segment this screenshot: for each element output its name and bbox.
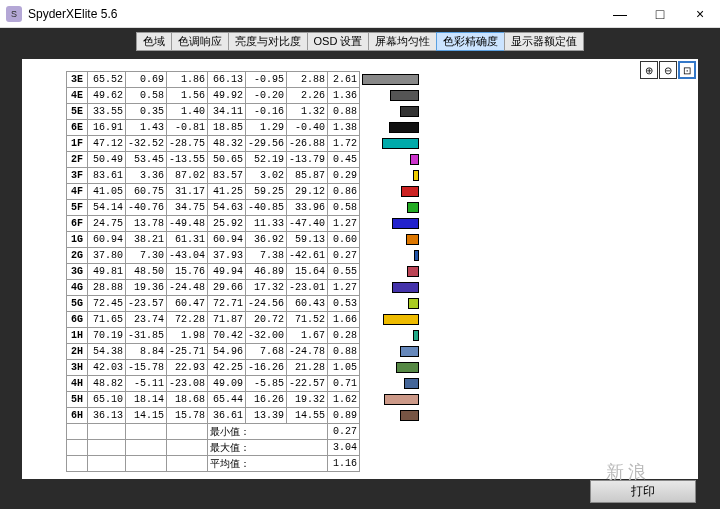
print-button[interactable]: 打印 — [590, 480, 696, 503]
table-row: 4F 41.05 60.75 31.17 41.25 59.25 29.120.… — [67, 184, 422, 200]
color-accuracy-table: 3E 65.52 0.69 1.86 66.13-0.95 2.882.614E… — [66, 71, 422, 472]
table-row: 1F 47.12-32.52-28.75 48.32-29.56-26.881.… — [67, 136, 422, 152]
table-row: 5G 72.45-23.57 60.47 72.71-24.56 60.430.… — [67, 296, 422, 312]
tab-1[interactable]: 色调响应 — [171, 32, 228, 51]
zoom-fit-button[interactable]: ⊡ — [678, 61, 696, 79]
content-area: ⊕ ⊖ ⊡ 3E 65.52 0.69 1.86 66.13-0.95 2.88… — [22, 59, 698, 479]
table-row: 4H 48.82-5.11-23.08 49.09-5.85-22.570.71 — [67, 376, 422, 392]
window-title: SpyderXElite 5.6 — [28, 7, 600, 21]
table-row: 2H 54.38 8.84-25.71 54.96 7.68-24.780.88 — [67, 344, 422, 360]
stats-row: 平均值：1.16 — [67, 456, 422, 472]
tab-6[interactable]: 显示器额定值 — [504, 32, 584, 51]
maximize-button[interactable]: □ — [640, 0, 680, 28]
app-frame: 色域色调响应亮度与对比度OSD 设置屏幕均匀性色彩精确度显示器额定值 ⊕ ⊖ ⊡… — [0, 28, 720, 509]
table-row: 6G 71.65 23.74 72.28 71.87 20.72 71.521.… — [67, 312, 422, 328]
close-button[interactable]: × — [680, 0, 720, 28]
zoom-in-button[interactable]: ⊕ — [640, 61, 658, 79]
tab-5[interactable]: 色彩精确度 — [436, 32, 504, 51]
app-icon: S — [6, 6, 22, 22]
table-row: 5F 54.14-40.76 34.75 54.63-40.85 33.960.… — [67, 200, 422, 216]
table-row: 6F 24.75 13.78-49.48 25.92 11.33-47.401.… — [67, 216, 422, 232]
minimize-button[interactable]: — — [600, 0, 640, 28]
table-row: 4G 28.88 19.36-24.48 29.66 17.32-23.011.… — [67, 280, 422, 296]
tab-0[interactable]: 色域 — [136, 32, 171, 51]
table-row: 1G 60.94 38.21 61.31 60.94 36.92 59.130.… — [67, 232, 422, 248]
tab-3[interactable]: OSD 设置 — [307, 32, 369, 51]
table-row: 3F 83.61 3.36 87.02 83.57 3.02 85.870.29 — [67, 168, 422, 184]
titlebar: S SpyderXElite 5.6 — □ × — [0, 0, 720, 28]
zoom-out-button[interactable]: ⊖ — [659, 61, 677, 79]
table-row: 3H 42.03-15.78 22.93 42.25-16.26 21.281.… — [67, 360, 422, 376]
table-row: 5E 33.55 0.35 1.40 34.11-0.16 1.320.88 — [67, 104, 422, 120]
tab-4[interactable]: 屏幕均匀性 — [368, 32, 436, 51]
stats-row: 最小值：0.27 — [67, 424, 422, 440]
tab-2[interactable]: 亮度与对比度 — [228, 32, 307, 51]
table-row: 1H 70.19-31.85 1.98 70.42-32.00 1.670.28 — [67, 328, 422, 344]
table-row: 2F 50.49 53.45-13.55 50.65 52.19-13.790.… — [67, 152, 422, 168]
table-row: 4E 49.62 0.58 1.56 49.92-0.20 2.261.36 — [67, 88, 422, 104]
table-row: 6H 36.13 14.15 15.78 36.61 13.39 14.550.… — [67, 408, 422, 424]
stats-row: 最大值：3.04 — [67, 440, 422, 456]
tab-bar: 色域色调响应亮度与对比度OSD 设置屏幕均匀性色彩精确度显示器额定值 — [2, 30, 718, 53]
table-row: 6E 16.91 1.43-0.81 18.85 1.29-0.401.38 — [67, 120, 422, 136]
table-row: 5H 65.10 18.14 18.68 65.44 16.26 19.321.… — [67, 392, 422, 408]
table-row: 3E 65.52 0.69 1.86 66.13-0.95 2.882.61 — [67, 72, 422, 88]
table-row: 3G 49.81 48.50 15.76 49.94 46.89 15.640.… — [67, 264, 422, 280]
table-row: 2G 37.80 7.30-43.04 37.93 7.38-42.610.27 — [67, 248, 422, 264]
